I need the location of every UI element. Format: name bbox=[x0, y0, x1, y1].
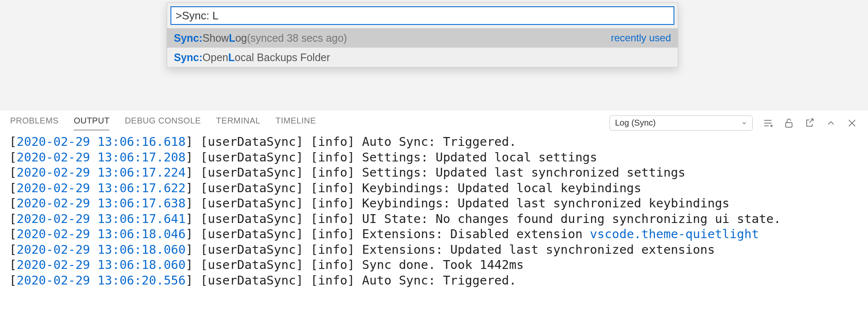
clear-icon bbox=[762, 118, 773, 129]
close-icon bbox=[847, 118, 857, 129]
open-log-file-button[interactable] bbox=[804, 117, 816, 129]
panel-maximize-button[interactable] bbox=[825, 117, 837, 129]
tab-terminal[interactable]: TERMINAL bbox=[216, 116, 260, 130]
bottom-panel: PROBLEMSOUTPUTDEBUG CONSOLETERMINALTIMEL… bbox=[0, 110, 868, 290]
tab-problems[interactable]: PROBLEMS bbox=[10, 116, 59, 130]
log-line: [2020-02-29 13:06:18.060] [userDataSync]… bbox=[9, 242, 859, 258]
tab-timeline[interactable]: TIMELINE bbox=[275, 116, 316, 130]
chevron-up-icon bbox=[825, 118, 836, 129]
log-line: [2020-02-29 13:06:18.060] [userDataSync]… bbox=[9, 257, 859, 273]
log-line: [2020-02-29 13:06:17.208] [userDataSync]… bbox=[9, 150, 859, 165]
output-log[interactable]: [2020-02-29 13:06:16.618] [userDataSync]… bbox=[0, 132, 868, 290]
svg-rect-0 bbox=[785, 122, 792, 127]
panel-tabs: PROBLEMSOUTPUTDEBUG CONSOLETERMINALTIMEL… bbox=[10, 116, 316, 130]
output-channel-select[interactable]: Log (Sync) bbox=[610, 115, 753, 131]
palette-item-1[interactable]: Sync: Open Local Backups Folder bbox=[167, 48, 678, 67]
log-line: [2020-02-29 13:06:17.224] [userDataSync]… bbox=[9, 165, 859, 180]
command-palette-input[interactable] bbox=[170, 6, 674, 25]
clear-output-button[interactable] bbox=[762, 117, 774, 129]
output-channel-label: Log (Sync) bbox=[615, 118, 656, 128]
log-line: [2020-02-29 13:06:17.638] [userDataSync]… bbox=[9, 196, 859, 211]
tab-debug-console[interactable]: DEBUG CONSOLE bbox=[125, 116, 201, 130]
log-line: [2020-02-29 13:06:17.641] [userDataSync]… bbox=[9, 211, 859, 227]
log-line: [2020-02-29 13:06:17.622] [userDataSync]… bbox=[9, 180, 859, 196]
go-to-file-icon bbox=[804, 118, 815, 129]
panel-header: PROBLEMSOUTPUTDEBUG CONSOLETERMINALTIMEL… bbox=[0, 110, 868, 132]
panel-actions: Log (Sync) bbox=[610, 115, 858, 131]
palette-item-0[interactable]: Sync: Show Log (synced 38 secs ago)recen… bbox=[167, 28, 678, 48]
palette-item-label: Sync: Show Log (synced 38 secs ago) bbox=[174, 32, 347, 44]
palette-item-hint: recently used bbox=[611, 32, 671, 44]
command-palette-list: Sync: Show Log (synced 38 secs ago)recen… bbox=[167, 28, 678, 67]
tab-output[interactable]: OUTPUT bbox=[74, 116, 109, 130]
palette-item-label: Sync: Open Local Backups Folder bbox=[174, 51, 330, 64]
chevron-down-icon bbox=[741, 120, 747, 126]
command-palette-input-wrap bbox=[167, 3, 678, 28]
lock-scroll-button[interactable] bbox=[783, 117, 795, 129]
log-line: [2020-02-29 13:06:18.046] [userDataSync]… bbox=[9, 226, 859, 242]
unlock-icon bbox=[783, 118, 794, 129]
log-line: [2020-02-29 13:06:20.556] [userDataSync]… bbox=[9, 273, 859, 288]
command-palette: Sync: Show Log (synced 38 secs ago)recen… bbox=[167, 3, 678, 67]
editor-background: Sync: Show Log (synced 38 secs ago)recen… bbox=[0, 0, 868, 110]
panel-close-button[interactable] bbox=[846, 117, 858, 129]
log-line: [2020-02-29 13:06:16.618] [userDataSync]… bbox=[9, 134, 859, 150]
